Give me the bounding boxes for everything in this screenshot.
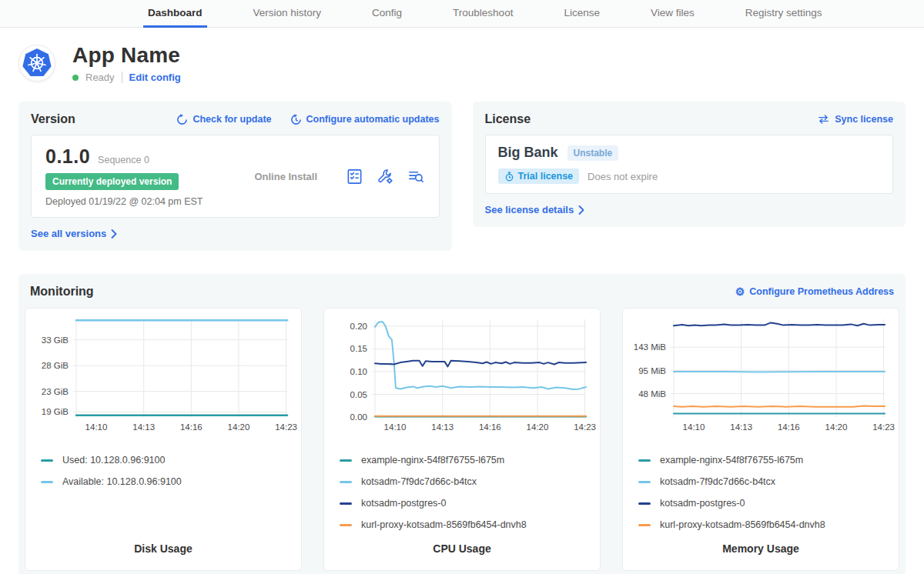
legend-swatch: [638, 524, 651, 526]
disk-usage-plot: 33 GiB28 GiB23 GiB19 GiB14:1014:1314:161…: [25, 309, 301, 438]
svg-text:14:10: 14:10: [85, 422, 108, 432]
cpu-usage-plot: 0.200.150.100.050.0014:1014:1314:1614:20…: [324, 309, 600, 438]
legend-item: example-nginx-54f8f76755-l675m: [638, 455, 899, 466]
app-logo: [18, 45, 55, 82]
legend-label: Used: 10.128.0.96:9100: [62, 455, 165, 466]
legend-label: example-nginx-54f8f76755-l675m: [660, 455, 803, 466]
configure-automatic-updates-link[interactable]: Configure automatic updates: [290, 114, 440, 125]
preflight-icon[interactable]: [346, 168, 363, 185]
svg-text:33 GiB: 33 GiB: [42, 335, 69, 345]
license-type-badge: Trial license: [498, 169, 580, 184]
tab-config[interactable]: Config: [367, 0, 407, 28]
disk-usage-title: Disk Usage: [25, 542, 301, 570]
ready-status-dot: [72, 75, 79, 81]
legend-label: kurl-proxy-kotsadm-8569fb6454-dnvh8: [361, 519, 527, 530]
memory-usage-plot: 143 MiB95 MiB48 MiB14:1014:1314:1614:201…: [623, 309, 899, 438]
legend-label: kotsadm-7f9dc7d66c-b4tcx: [660, 476, 775, 487]
legend-label: example-nginx-54f8f76755-l675m: [361, 455, 504, 466]
cpu-usage-title: CPU Usage: [324, 542, 600, 570]
svg-text:0.20: 0.20: [350, 322, 367, 331]
monitoring-title: Monitoring: [30, 285, 94, 299]
version-card: Version Check for update: [18, 102, 452, 251]
tab-dashboard[interactable]: Dashboard: [143, 0, 207, 28]
svg-text:14:16: 14:16: [180, 422, 203, 432]
legend-swatch: [638, 502, 651, 505]
app-header: App Name Ready Edit config: [0, 28, 924, 91]
svg-text:23 GiB: 23 GiB: [42, 387, 69, 396]
legend-swatch: [41, 481, 53, 483]
see-license-details-link[interactable]: See license details: [485, 204, 585, 215]
page-title: App Name: [72, 43, 181, 68]
sync-icon: [817, 114, 830, 125]
monitoring-card: Monitoring ⚙ Configure Prometheus Addres…: [18, 274, 906, 574]
legend-swatch: [340, 502, 352, 505]
stopwatch-icon: [504, 172, 514, 182]
svg-text:0.00: 0.00: [350, 412, 367, 422]
legend-swatch: [340, 481, 352, 483]
top-nav: Dashboard Version history Config Trouble…: [0, 0, 924, 28]
tab-registry-settings[interactable]: Registry settings: [741, 0, 827, 28]
chevron-right-icon: [111, 229, 117, 239]
legend-swatch: [41, 459, 53, 462]
tab-version-history[interactable]: Version history: [249, 0, 326, 28]
svg-text:0.05: 0.05: [350, 390, 367, 399]
license-detail-panel: Big Bank Unstable Trial license Do: [485, 135, 894, 194]
kubernetes-icon: [22, 48, 52, 78]
sync-license-link[interactable]: Sync license: [817, 114, 893, 125]
tab-view-files[interactable]: View files: [646, 0, 699, 28]
svg-text:0.10: 0.10: [350, 367, 367, 376]
see-all-versions-link[interactable]: See all versions: [31, 228, 117, 239]
svg-text:14:23: 14:23: [872, 422, 895, 432]
install-type-label: Online Install: [226, 171, 346, 182]
svg-text:14:13: 14:13: [730, 422, 752, 432]
legend-item: example-nginx-54f8f76755-l675m: [340, 455, 600, 466]
license-expiry: Does not expire: [588, 171, 658, 182]
legend-item: Available: 10.128.0.96:9100: [41, 476, 301, 487]
chart-plot: 0.200.150.100.050.0014:1014:1314:1614:20…: [324, 309, 601, 435]
app-status: Ready: [85, 72, 115, 83]
svg-text:14:13: 14:13: [431, 422, 454, 432]
legend-label: kotsadm-postgres-0: [361, 498, 446, 509]
tab-license[interactable]: License: [559, 0, 604, 28]
svg-text:143 MiB: 143 MiB: [634, 342, 667, 352]
license-card: License Sync license Big Bank Unstable: [473, 102, 906, 227]
svg-text:48 MiB: 48 MiB: [638, 389, 666, 399]
config-wrench-icon[interactable]: [377, 168, 394, 185]
legend-swatch: [340, 459, 352, 462]
edit-config-link[interactable]: Edit config: [129, 72, 181, 83]
legend-item: kotsadm-7f9dc7d66c-b4tcx: [638, 476, 899, 487]
svg-text:14:20: 14:20: [228, 422, 250, 432]
svg-text:14:20: 14:20: [825, 422, 848, 432]
license-name: Big Bank: [498, 145, 558, 161]
check-for-update-link[interactable]: Check for update: [176, 114, 271, 125]
legend-item: kurl-proxy-kotsadm-8569fb6454-dnvh8: [340, 519, 600, 530]
channel-badge: Unstable: [567, 145, 619, 161]
legend-item: kotsadm-postgres-0: [340, 498, 600, 509]
check-update-icon: [176, 114, 188, 125]
svg-text:0.15: 0.15: [350, 344, 367, 353]
svg-text:19 GiB: 19 GiB: [42, 407, 69, 416]
version-sequence: Sequence 0: [98, 155, 149, 165]
divider: [122, 72, 122, 83]
disk-usage-chart-panel: 33 GiB28 GiB23 GiB19 GiB14:1014:1314:161…: [25, 308, 302, 571]
tab-troubleshoot[interactable]: Troubleshoot: [448, 0, 517, 28]
legend-label: kotsadm-7f9dc7d66c-b4tcx: [361, 476, 477, 487]
cpu-usage-legend: example-nginx-54f8f76755-l675mkotsadm-7f…: [340, 455, 600, 541]
legend-item: Used: 10.128.0.96:9100: [41, 455, 301, 466]
configure-prometheus-link[interactable]: ⚙ Configure Prometheus Address: [735, 286, 894, 297]
svg-text:14:16: 14:16: [778, 422, 800, 432]
deployed-badge: Currently deployed version: [45, 173, 179, 190]
svg-text:14:10: 14:10: [384, 422, 407, 432]
license-card-title: License: [485, 112, 531, 126]
logs-icon[interactable]: [407, 168, 425, 185]
deployed-timestamp: Deployed 01/19/22 @ 02:04 pm EST: [45, 196, 226, 207]
legend-label: Available: 10.128.0.96:9100: [62, 476, 182, 487]
svg-text:14:23: 14:23: [275, 422, 297, 432]
auto-updates-icon: [290, 114, 302, 125]
chart-plot: 33 GiB28 GiB23 GiB19 GiB14:1014:1314:161…: [25, 309, 303, 435]
current-version-panel: 0.1.0 Sequence 0 Currently deployed vers…: [31, 135, 440, 218]
svg-text:14:16: 14:16: [479, 422, 501, 432]
svg-text:14:10: 14:10: [683, 422, 705, 432]
chart-plot: 143 MiB95 MiB48 MiB14:1014:1314:1614:201…: [623, 309, 900, 435]
legend-label: kotsadm-postgres-0: [660, 498, 745, 509]
